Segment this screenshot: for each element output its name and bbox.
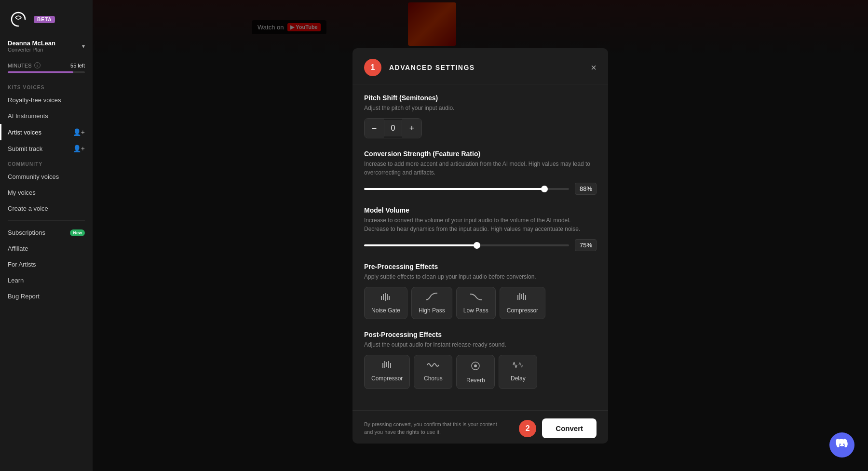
pre-compressor-icon (516, 292, 528, 304)
advanced-settings-modal: 1 ADVANCED SETTINGS × Pitch Shift (Semit… (353, 48, 608, 444)
sidebar-item-bug-report[interactable]: Bug Report (0, 288, 93, 304)
sidebar-item-label: Royalty-free voices (8, 96, 61, 104)
svg-line-20 (516, 365, 517, 368)
svg-rect-10 (382, 363, 383, 368)
pre-processing-label: Pre-Processing Effects (364, 263, 597, 270)
model-volume-fill (364, 244, 477, 246)
post-processing-effects-grid: Compressor Chorus (364, 355, 597, 389)
high-pass-label: High Pass (419, 307, 445, 314)
svg-rect-5 (517, 295, 518, 300)
post-processing-section: Post-Processing Effects Adjust the outpu… (364, 331, 597, 389)
beta-badge: BETA (34, 16, 55, 23)
pitch-control: − 0 + (364, 118, 422, 138)
sidebar-item-label: Submit track (8, 145, 42, 152)
svg-line-18 (514, 362, 515, 365)
sidebar-item-artist-voices[interactable]: Artist voices 👤+ (0, 124, 93, 140)
minutes-display: MINUTES i 55 left (0, 59, 93, 80)
minutes-label-text: MINUTES (8, 63, 32, 68)
video-background: Watch on ▶ YouTube 1 ADVANCED SETTINGS ×… (93, 0, 868, 471)
convert-button[interactable]: Convert (542, 418, 597, 438)
svg-rect-1 (383, 294, 384, 300)
chorus-button[interactable]: Chorus (414, 355, 452, 389)
model-volume-value: 75% (575, 239, 597, 251)
sidebar-item-learn[interactable]: Learn (0, 272, 93, 288)
sidebar-item-community-voices[interactable]: Community voices (0, 169, 93, 185)
sidebar-item-subscriptions[interactable]: Subscriptions New (0, 225, 93, 241)
post-compressor-button[interactable]: Compressor (364, 355, 410, 389)
conversion-strength-desc: Increase to add more accent and articula… (364, 160, 597, 177)
reverb-button[interactable]: Reverb (456, 355, 495, 389)
submit-track-icon: 👤+ (73, 145, 85, 152)
close-button[interactable]: × (591, 63, 597, 72)
noise-gate-label: Noise Gate (371, 307, 400, 314)
pitch-decrement-button[interactable]: − (365, 119, 384, 138)
conversion-strength-track[interactable] (364, 188, 569, 190)
sidebar-item-affiliate[interactable]: Affiliate (0, 241, 93, 256)
conversion-strength-fill (364, 188, 544, 190)
main-content: Watch on ▶ YouTube 1 ADVANCED SETTINGS ×… (93, 0, 868, 471)
modal-overlay: 1 ADVANCED SETTINGS × Pitch Shift (Semit… (93, 0, 868, 471)
conversion-strength-label: Conversion Strength (Feature Ratio) (364, 150, 597, 158)
sidebar-item-label: Create a voice (8, 205, 48, 212)
community-section-label: COMMUNITY (0, 157, 93, 169)
info-icon: i (34, 62, 41, 68)
reverb-icon (470, 360, 481, 374)
pitch-shift-label: Pitch Shift (Semitones) (364, 94, 597, 102)
svg-rect-13 (388, 361, 389, 368)
sidebar: BETA Deanna McLean Converter Plan ▾ MINU… (0, 0, 93, 471)
chorus-label: Chorus (424, 375, 443, 382)
sidebar-item-ai-instruments[interactable]: AI Instruments (0, 108, 93, 124)
svg-rect-14 (390, 363, 391, 368)
model-volume-slider-row: 75% (364, 239, 597, 251)
pre-compressor-button[interactable]: Compressor (500, 287, 545, 319)
step-1-badge: 1 (364, 59, 381, 76)
chorus-icon (426, 360, 440, 372)
model-volume-label: Model Volume (364, 206, 597, 214)
svg-rect-3 (387, 294, 388, 300)
low-pass-icon (469, 292, 483, 304)
svg-rect-9 (525, 295, 526, 300)
pitch-increment-button[interactable]: + (402, 119, 421, 138)
sidebar-item-label: Subscriptions (8, 229, 45, 236)
sidebar-item-my-voices[interactable]: My voices (0, 185, 93, 201)
post-processing-desc: Adjust the output audio for instant rele… (364, 340, 597, 349)
svg-rect-7 (521, 294, 522, 299)
delay-label: Delay (511, 375, 526, 382)
step-2-badge: 2 (519, 420, 536, 437)
delay-button[interactable]: Delay (499, 355, 537, 389)
low-pass-button[interactable]: Low Pass (456, 287, 496, 319)
svg-rect-6 (519, 293, 520, 300)
svg-rect-0 (381, 296, 382, 300)
chevron-down-icon: ▾ (82, 43, 85, 50)
footer-disclaimer: By pressing convert, you confirm that th… (364, 421, 499, 436)
sidebar-item-label: For Artists (8, 261, 36, 268)
sidebar-item-royalty-free-voices[interactable]: Royalty-free voices (0, 92, 93, 108)
low-pass-label: Low Pass (463, 307, 488, 314)
discord-fab-button[interactable] (829, 432, 854, 458)
user-account-button[interactable]: Deanna McLean Converter Plan ▾ (0, 36, 93, 59)
svg-rect-11 (384, 361, 385, 368)
delay-icon (511, 360, 525, 372)
sidebar-item-for-artists[interactable]: For Artists (0, 256, 93, 272)
modal-title: ADVANCED SETTINGS (389, 64, 475, 71)
high-pass-button[interactable]: High Pass (411, 287, 452, 319)
kits-section-label: KITS VOICES (0, 80, 93, 92)
modal-footer: By pressing convert, you confirm that th… (353, 410, 608, 444)
app-logo (8, 9, 29, 30)
sidebar-item-label: Bug Report (8, 293, 40, 300)
pitch-shift-section: Pitch Shift (Semitones) Adjust the pitch… (364, 94, 597, 138)
high-pass-icon (425, 292, 438, 304)
pre-processing-desc: Apply subtle effects to clean up your in… (364, 272, 597, 281)
conversion-strength-section: Conversion Strength (Feature Ratio) Incr… (364, 150, 597, 195)
conversion-strength-slider-row: 88% (364, 183, 597, 195)
post-compressor-icon (381, 360, 393, 372)
sidebar-item-label: Artist voices (8, 129, 41, 136)
discord-icon (836, 439, 848, 451)
pre-processing-section: Pre-Processing Effects Apply subtle effe… (364, 263, 597, 319)
conversion-strength-value: 88% (575, 183, 597, 195)
noise-gate-button[interactable]: Noise Gate (364, 287, 407, 319)
model-volume-track[interactable] (364, 244, 569, 246)
sidebar-item-submit-track[interactable]: Submit track 👤+ (0, 140, 93, 157)
sidebar-item-create-voice[interactable]: Create a voice (0, 201, 93, 216)
sidebar-logo-area: BETA (0, 0, 93, 36)
